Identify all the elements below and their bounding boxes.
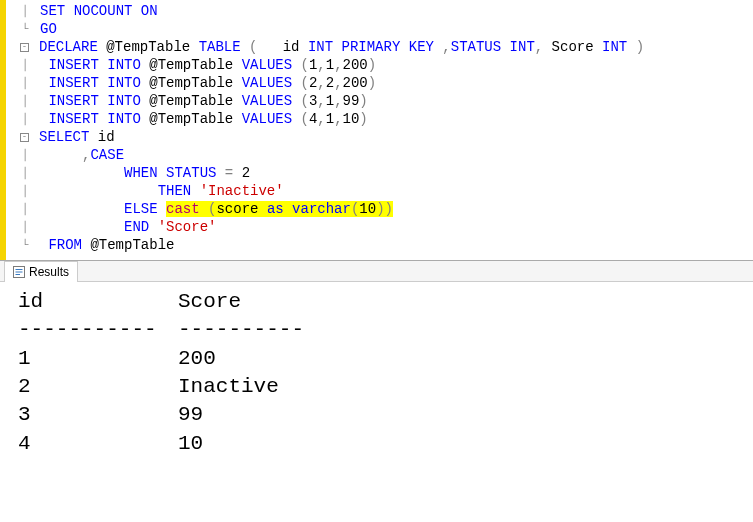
code-area[interactable]: │SET NOCOUNT ON └GO -DECLARE @TempTable … <box>18 2 753 254</box>
output-row: 399 <box>18 401 753 429</box>
code-line: -DECLARE @TempTable TABLE ( id INT PRIMA… <box>18 38 753 56</box>
fold-spacer: │ <box>18 2 32 20</box>
output-rows: 12002Inactive399410 <box>18 345 753 458</box>
output-row: 1200 <box>18 345 753 373</box>
code-text: WHEN STATUS = 2 <box>32 164 250 182</box>
fold-toggle-icon[interactable]: - <box>20 43 29 52</box>
fold-spacer: │ <box>18 164 32 182</box>
code-text: GO <box>32 20 57 38</box>
code-text: END 'Score' <box>32 218 216 236</box>
fold-end: └ <box>18 20 32 38</box>
results-text-icon <box>13 266 25 278</box>
code-line: │ WHEN STATUS = 2 <box>18 164 753 182</box>
code-line: │SET NOCOUNT ON <box>18 2 753 20</box>
output-divider-col: ----------- <box>18 316 178 344</box>
output-cell: Inactive <box>178 373 279 401</box>
fold-spacer: │ <box>18 56 32 74</box>
code-line: │ THEN 'Inactive' <box>18 182 753 200</box>
code-line: └ FROM @TempTable <box>18 236 753 254</box>
code-text: ,CASE <box>32 146 124 164</box>
results-output[interactable]: id Score ----------- ---------- 12002Ina… <box>0 282 753 458</box>
output-divider-col: ---------- <box>178 316 304 344</box>
fold-spacer: │ <box>18 92 32 110</box>
code-text: SELECT id <box>31 128 115 146</box>
output-cell: 2 <box>18 373 178 401</box>
code-text: INSERT INTO @TempTable VALUES (2,2,200) <box>32 74 376 92</box>
code-text: DECLARE @TempTable TABLE ( id INT PRIMAR… <box>31 38 644 56</box>
output-divider: ----------- ---------- <box>18 316 753 344</box>
code-text: THEN 'Inactive' <box>32 182 284 200</box>
fold-spacer: │ <box>18 146 32 164</box>
sql-editor[interactable]: │SET NOCOUNT ON └GO -DECLARE @TempTable … <box>0 0 753 260</box>
code-line: └GO <box>18 20 753 38</box>
code-line: │ ELSE cast (score as varchar(10)) <box>18 200 753 218</box>
output-cell: 4 <box>18 430 178 458</box>
code-text: INSERT INTO @TempTable VALUES (1,1,200) <box>32 56 376 74</box>
code-line: │ ,CASE <box>18 146 753 164</box>
fold-spacer: │ <box>18 218 32 236</box>
tab-results[interactable]: Results <box>4 261 78 282</box>
output-cell: 200 <box>178 345 216 373</box>
output-cell: 10 <box>178 430 203 458</box>
output-header-id: id <box>18 288 178 316</box>
output-header: id Score <box>18 288 753 316</box>
results-tab-bar: Results <box>0 260 753 282</box>
output-cell: 99 <box>178 401 203 429</box>
code-line: │ INSERT INTO @TempTable VALUES (2,2,200… <box>18 74 753 92</box>
code-line: │ END 'Score' <box>18 218 753 236</box>
output-row: 2Inactive <box>18 373 753 401</box>
output-header-score: Score <box>178 288 241 316</box>
output-cell: 1 <box>18 345 178 373</box>
code-line: │ INSERT INTO @TempTable VALUES (1,1,200… <box>18 56 753 74</box>
code-text: ELSE cast (score as varchar(10)) <box>32 200 393 218</box>
code-line: │ INSERT INTO @TempTable VALUES (4,1,10) <box>18 110 753 128</box>
fold-spacer: │ <box>18 74 32 92</box>
fold-end: └ <box>18 236 32 254</box>
code-text: SET NOCOUNT ON <box>32 2 158 20</box>
fold-spacer: │ <box>18 182 32 200</box>
code-text: INSERT INTO @TempTable VALUES (3,1,99) <box>32 92 368 110</box>
code-text: INSERT INTO @TempTable VALUES (4,1,10) <box>32 110 368 128</box>
output-row: 410 <box>18 430 753 458</box>
change-indicator-bar <box>0 0 6 260</box>
output-cell: 3 <box>18 401 178 429</box>
fold-spacer: │ <box>18 200 32 218</box>
fold-spacer: │ <box>18 110 32 128</box>
code-line: │ INSERT INTO @TempTable VALUES (3,1,99) <box>18 92 753 110</box>
code-line: -SELECT id <box>18 128 753 146</box>
tab-results-label: Results <box>29 265 69 279</box>
fold-toggle-icon[interactable]: - <box>20 133 29 142</box>
code-text: FROM @TempTable <box>32 236 174 254</box>
